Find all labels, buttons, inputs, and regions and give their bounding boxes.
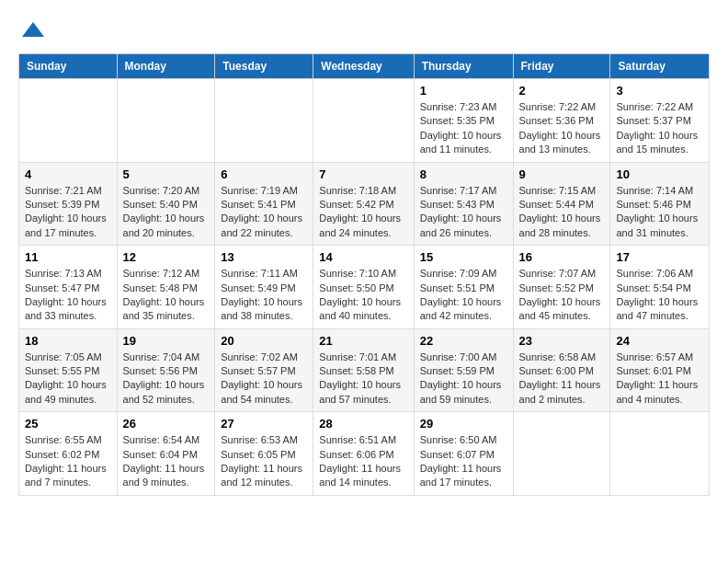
day-cell: 15Sunrise: 7:09 AMSunset: 5:51 PMDayligh…	[414, 246, 513, 329]
day-detail: Sunrise: 6:58 AMSunset: 6:00 PMDaylight:…	[519, 350, 605, 408]
day-cell: 25Sunrise: 6:55 AMSunset: 6:02 PMDayligh…	[19, 412, 118, 496]
day-detail: Sunrise: 7:06 AMSunset: 5:54 PMDaylight:…	[616, 267, 703, 324]
day-number: 29	[420, 417, 507, 431]
day-number: 19	[123, 334, 210, 348]
day-detail: Sunrise: 7:14 AMSunset: 5:46 PMDaylight:…	[616, 184, 703, 241]
logo-icon	[20, 18, 46, 44]
day-detail: Sunrise: 7:22 AMSunset: 5:37 PMDaylight:…	[616, 100, 703, 157]
calendar-table: SundayMondayTuesdayWednesdayThursdayFrid…	[18, 53, 710, 496]
page-header	[18, 18, 710, 44]
day-cell: 7Sunrise: 7:18 AMSunset: 5:42 PMDaylight…	[313, 162, 414, 246]
day-detail: Sunrise: 7:13 AMSunset: 5:47 PMDaylight:…	[25, 267, 111, 324]
header-row: SundayMondayTuesdayWednesdayThursdayFrid…	[19, 54, 710, 79]
day-number: 24	[616, 334, 703, 348]
day-detail: Sunrise: 7:12 AMSunset: 5:48 PMDaylight:…	[123, 267, 210, 324]
day-cell: 18Sunrise: 7:05 AMSunset: 5:55 PMDayligh…	[19, 328, 118, 412]
day-detail: Sunrise: 7:07 AMSunset: 5:52 PMDaylight:…	[519, 267, 605, 324]
day-number: 5	[123, 167, 210, 181]
day-detail: Sunrise: 7:17 AMSunset: 5:43 PMDaylight:…	[420, 184, 507, 241]
day-number: 23	[519, 334, 605, 348]
day-cell: 13Sunrise: 7:11 AMSunset: 5:49 PMDayligh…	[215, 246, 313, 329]
day-cell	[19, 79, 118, 163]
day-cell: 26Sunrise: 6:54 AMSunset: 6:04 PMDayligh…	[117, 412, 215, 496]
day-cell: 17Sunrise: 7:06 AMSunset: 5:54 PMDayligh…	[610, 246, 710, 329]
week-row-1: 1Sunrise: 7:23 AMSunset: 5:35 PMDaylight…	[19, 79, 710, 163]
day-detail: Sunrise: 6:50 AMSunset: 6:07 PMDaylight:…	[420, 433, 507, 490]
day-number: 7	[319, 167, 407, 181]
week-row-2: 4Sunrise: 7:21 AMSunset: 5:39 PMDaylight…	[19, 162, 710, 246]
day-cell: 24Sunrise: 6:57 AMSunset: 6:01 PMDayligh…	[610, 328, 710, 412]
day-detail: Sunrise: 7:10 AMSunset: 5:50 PMDaylight:…	[319, 267, 407, 324]
day-cell: 12Sunrise: 7:12 AMSunset: 5:48 PMDayligh…	[117, 246, 215, 329]
day-cell: 2Sunrise: 7:22 AMSunset: 5:36 PMDaylight…	[513, 79, 610, 163]
day-detail: Sunrise: 7:01 AMSunset: 5:58 PMDaylight:…	[319, 350, 407, 408]
day-cell: 19Sunrise: 7:04 AMSunset: 5:56 PMDayligh…	[117, 328, 215, 412]
day-number: 16	[519, 250, 605, 264]
day-cell	[313, 79, 414, 163]
day-number: 22	[420, 334, 507, 348]
day-detail: Sunrise: 7:21 AMSunset: 5:39 PMDaylight:…	[25, 184, 111, 241]
week-row-4: 18Sunrise: 7:05 AMSunset: 5:55 PMDayligh…	[19, 328, 710, 412]
day-detail: Sunrise: 6:55 AMSunset: 6:02 PMDaylight:…	[25, 433, 111, 490]
day-detail: Sunrise: 7:23 AMSunset: 5:35 PMDaylight:…	[420, 100, 507, 157]
day-detail: Sunrise: 6:57 AMSunset: 6:01 PMDaylight:…	[616, 350, 703, 408]
logo	[18, 18, 46, 44]
day-cell: 21Sunrise: 7:01 AMSunset: 5:58 PMDayligh…	[313, 328, 414, 412]
day-detail: Sunrise: 6:53 AMSunset: 6:05 PMDaylight:…	[221, 433, 307, 490]
day-cell	[117, 79, 215, 163]
day-cell: 3Sunrise: 7:22 AMSunset: 5:37 PMDaylight…	[610, 79, 710, 163]
header-cell-thursday: Thursday	[414, 54, 513, 79]
day-cell: 16Sunrise: 7:07 AMSunset: 5:52 PMDayligh…	[513, 246, 610, 329]
header-cell-monday: Monday	[117, 54, 215, 79]
day-detail: Sunrise: 7:18 AMSunset: 5:42 PMDaylight:…	[319, 184, 407, 241]
day-cell: 1Sunrise: 7:23 AMSunset: 5:35 PMDaylight…	[414, 79, 513, 163]
day-cell: 22Sunrise: 7:00 AMSunset: 5:59 PMDayligh…	[414, 328, 513, 412]
header-cell-tuesday: Tuesday	[215, 54, 313, 79]
day-detail: Sunrise: 7:00 AMSunset: 5:59 PMDaylight:…	[420, 350, 507, 408]
day-detail: Sunrise: 6:54 AMSunset: 6:04 PMDaylight:…	[123, 433, 210, 490]
day-number: 20	[221, 334, 307, 348]
day-detail: Sunrise: 7:11 AMSunset: 5:49 PMDaylight:…	[221, 267, 307, 324]
day-cell: 5Sunrise: 7:20 AMSunset: 5:40 PMDaylight…	[117, 162, 215, 246]
day-cell: 28Sunrise: 6:51 AMSunset: 6:06 PMDayligh…	[313, 412, 414, 496]
calendar-header: SundayMondayTuesdayWednesdayThursdayFrid…	[19, 54, 710, 79]
day-number: 11	[25, 250, 111, 264]
day-number: 15	[420, 250, 507, 264]
day-cell: 20Sunrise: 7:02 AMSunset: 5:57 PMDayligh…	[215, 328, 313, 412]
day-cell	[513, 412, 610, 496]
day-number: 14	[319, 250, 407, 264]
day-cell: 4Sunrise: 7:21 AMSunset: 5:39 PMDaylight…	[19, 162, 118, 246]
week-row-5: 25Sunrise: 6:55 AMSunset: 6:02 PMDayligh…	[19, 412, 710, 496]
calendar-body: 1Sunrise: 7:23 AMSunset: 5:35 PMDaylight…	[19, 79, 710, 496]
day-cell: 14Sunrise: 7:10 AMSunset: 5:50 PMDayligh…	[313, 246, 414, 329]
day-cell: 6Sunrise: 7:19 AMSunset: 5:41 PMDaylight…	[215, 162, 313, 246]
day-detail: Sunrise: 7:22 AMSunset: 5:36 PMDaylight:…	[519, 100, 605, 157]
day-detail: Sunrise: 7:04 AMSunset: 5:56 PMDaylight:…	[123, 350, 210, 408]
header-cell-friday: Friday	[513, 54, 610, 79]
day-cell: 10Sunrise: 7:14 AMSunset: 5:46 PMDayligh…	[610, 162, 710, 246]
day-cell: 11Sunrise: 7:13 AMSunset: 5:47 PMDayligh…	[19, 246, 118, 329]
day-number: 12	[123, 250, 210, 264]
day-detail: Sunrise: 7:19 AMSunset: 5:41 PMDaylight:…	[221, 184, 307, 241]
day-number: 17	[616, 250, 703, 264]
day-number: 28	[319, 417, 407, 431]
day-number: 25	[25, 417, 111, 431]
day-cell: 23Sunrise: 6:58 AMSunset: 6:00 PMDayligh…	[513, 328, 610, 412]
day-number: 8	[420, 167, 507, 181]
day-number: 27	[221, 417, 307, 431]
day-detail: Sunrise: 7:15 AMSunset: 5:44 PMDaylight:…	[519, 184, 605, 241]
day-number: 26	[123, 417, 210, 431]
day-number: 3	[616, 84, 703, 98]
header-cell-wednesday: Wednesday	[313, 54, 414, 79]
svg-marker-0	[22, 22, 44, 37]
day-number: 13	[221, 250, 307, 264]
day-number: 6	[221, 167, 307, 181]
day-cell: 9Sunrise: 7:15 AMSunset: 5:44 PMDaylight…	[513, 162, 610, 246]
day-cell: 27Sunrise: 6:53 AMSunset: 6:05 PMDayligh…	[215, 412, 313, 496]
day-detail: Sunrise: 6:51 AMSunset: 6:06 PMDaylight:…	[319, 433, 407, 490]
day-cell	[215, 79, 313, 163]
day-detail: Sunrise: 7:05 AMSunset: 5:55 PMDaylight:…	[25, 350, 111, 408]
header-cell-saturday: Saturday	[610, 54, 710, 79]
day-number: 4	[25, 167, 111, 181]
day-number: 2	[519, 84, 605, 98]
